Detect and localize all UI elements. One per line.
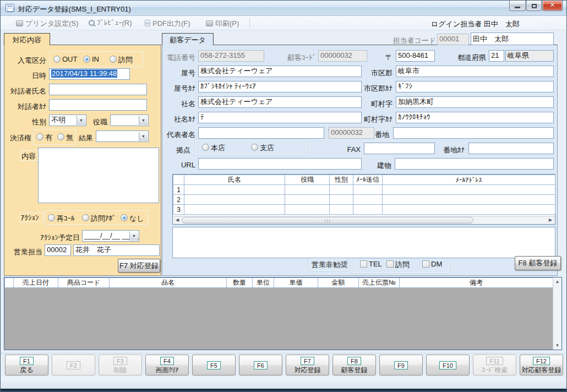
print-button[interactable]: 印刷(P) [206,19,239,29]
yagou-field[interactable]: 株式会社ティーウェア [198,66,362,77]
chevron-down-icon[interactable]: ▼ [139,132,148,141]
nyuden-out-radio[interactable] [53,56,61,63]
tel-field[interactable]: 058-272-3155 [198,50,264,62]
chevron-down-icon[interactable]: ▼ [129,231,138,241]
naiyou-textarea[interactable] [38,148,159,203]
row-number: 1 [173,185,184,195]
tatemono-label: 建物 [377,161,391,171]
maximize-button[interactable] [526,1,542,11]
gender-label: 性別 [32,117,46,127]
contacts-header-shimei: 氏名 [184,175,285,185]
shikugun-kana-field[interactable]: ｷﾞﾌｼ [396,81,554,92]
pref-code-field[interactable]: 21 [489,50,504,62]
nyuden-kubun-label: 入電区分 [18,56,46,66]
f12-taiou-kokyaku-touroku-button[interactable]: F12対応顧客登録 [520,355,563,375]
kokyaku-memo-textarea[interactable] [172,227,555,258]
chousonaza-kana-label: 町村字ｶﾅ [364,115,392,124]
staff-name-field[interactable]: 田中 太郎 [471,32,554,45]
eigyo-tantou-code-field[interactable]: 00002 [45,244,71,256]
f9-key-chip: F9 [394,361,408,369]
chevron-down-icon[interactable]: ▼ [139,116,148,125]
f7-taiou-touroku-button[interactable]: F7 対応登録 [118,259,160,273]
kekka-label: 結果 [79,133,93,143]
f10-button[interactable]: F10 [426,355,470,375]
f5-button[interactable]: F5 [192,355,236,375]
gender-value: 不明 [51,116,66,124]
f2-key-chip: F2 [67,361,80,369]
action-houmon-apo-radio[interactable] [82,214,89,221]
contacts-row[interactable]: 2 [173,195,555,205]
datetime-field[interactable]: 2017/04/13 11:39:48 [49,68,130,80]
gender-select[interactable]: 不明▼ [49,115,86,126]
tatemono-field[interactable] [395,158,554,170]
shamei-field[interactable]: 株式会社ティーウェア [198,96,362,108]
printer-setup-button[interactable]: プリンタ設定(S) [16,19,79,29]
kessaiken-nashi-label: 無 [66,133,73,143]
tab-taiou-naiyou[interactable]: 対応内容 [4,33,50,45]
contacts-hscrollbar[interactable]: ◀ ▶ [173,216,555,224]
fax-field[interactable] [364,143,435,154]
daihyousha-field[interactable] [198,127,324,139]
hikanshou-dm-checkbox[interactable] [422,260,429,268]
f4-gamen-clear-button[interactable]: F4画面ｸﾘｱ [145,355,189,375]
eigyo-tantou-label: 営業担当 [14,247,42,257]
action-recall-radio[interactable] [48,214,55,221]
preview-button[interactable]: ﾌﾟﾚﾋﾞｭｰ(R) [89,19,132,27]
row-number: 3 [173,205,184,215]
yagou-kana-label: 屋号ｶﾅ [174,84,195,94]
speaker-name-field[interactable] [49,84,147,95]
scroll-right-icon[interactable]: ▶ [547,217,554,224]
datetime-value: 2017/04/13 11:39:48 [51,69,117,78]
kekka-select[interactable]: ▼ [96,130,149,142]
f9-button[interactable]: F9 [379,355,423,375]
maximize-icon [532,4,537,8]
sales-vscrollbar[interactable]: ▲ ▼ [553,277,561,350]
f12-key-chip: F12 [533,357,550,365]
contacts-row[interactable]: 3 [173,205,555,215]
hscroll-thumb[interactable] [182,217,473,224]
chousonaza-field[interactable]: 加納黒木町 [396,96,554,108]
close-button[interactable]: ✕ [542,1,563,11]
pdf-output-button[interactable]: PDF出力(F) [145,19,190,29]
status-bar [1,377,566,389]
scroll-left-icon[interactable]: ◀ [173,217,181,224]
nyuden-in-radio[interactable] [83,56,90,63]
shamei-kana-field[interactable]: ﾃ [198,112,362,123]
action-nashi-radio[interactable] [121,214,128,221]
f1-modoru-button[interactable]: F1戻る [5,355,48,375]
kessaiken-ari-radio[interactable] [36,133,43,140]
speaker-kana-field[interactable] [49,99,147,111]
contacts-row[interactable]: 1 [173,185,555,195]
zip-field[interactable]: 500-8461 [396,50,435,62]
f11-code-kensaku-button: F11ｺｰﾄﾞ検索 [473,355,516,375]
f6-button[interactable]: F6 [239,355,282,375]
f7-taiou-touroku-fkey[interactable]: F7対応登録 [286,355,329,375]
kyoten-shiten-radio[interactable] [251,144,258,151]
hikanshou-houmon-checkbox[interactable] [386,260,394,268]
banchi-field[interactable] [393,127,554,139]
banchi-kana-field[interactable] [468,143,554,154]
customer-code-field[interactable]: 00000032 [318,50,367,62]
position-select[interactable]: ▼ [110,115,149,126]
sales-header-denpyou-no: 売上伝票№ [359,278,400,288]
yagou-kana-field[interactable]: ｶﾌﾞｼｷｶｲｼｬ ﾃｨｰｳｪｱ [198,81,362,92]
tab-kokyaku-data[interactable]: 顧客データ [162,33,214,45]
chousonaza-kana-field[interactable]: ｶﾉｳｸﾛｷﾁｮｳ [396,112,554,123]
scroll-down-icon[interactable]: ▼ [554,342,561,349]
f8-kokyaku-touroku-button[interactable]: F8 顧客登録 [515,256,561,270]
action-date-select[interactable]: ____/__/__ __:__▼ [82,230,139,242]
f8-key-chip: F8 [347,357,361,365]
hikanshou-tel-checkbox[interactable] [360,260,367,268]
kyoten-honten-radio[interactable] [202,144,209,151]
nyuden-houmon-radio[interactable] [110,56,117,63]
shikugun-field[interactable]: 岐阜市 [396,66,554,77]
minimize-button[interactable] [509,1,526,11]
staff-code-field[interactable]: 00001 [437,34,469,45]
kessaiken-nashi-radio[interactable] [57,133,64,140]
sales-header-uriage-hiduke: 売上日付 [14,278,58,288]
f8-kokyaku-touroku-fkey[interactable]: F8顧客登録 [332,355,376,375]
scroll-up-icon[interactable]: ▲ [554,278,561,285]
url-field[interactable] [198,158,362,170]
chevron-down-icon[interactable]: ▼ [77,116,85,125]
pdf-icon [145,20,150,26]
